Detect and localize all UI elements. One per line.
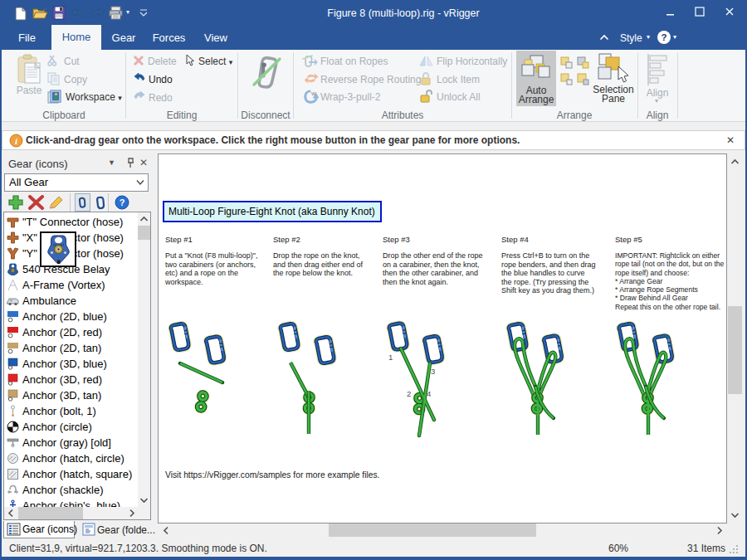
svg-text:?: ?: [661, 32, 666, 42]
svg-text:3: 3: [431, 367, 435, 376]
svg-text:w: w: [310, 90, 316, 97]
svg-text:?: ?: [120, 197, 125, 207]
svg-text:1: 1: [388, 353, 393, 362]
svg-text:4: 4: [427, 389, 431, 398]
svg-text:2: 2: [407, 389, 411, 398]
